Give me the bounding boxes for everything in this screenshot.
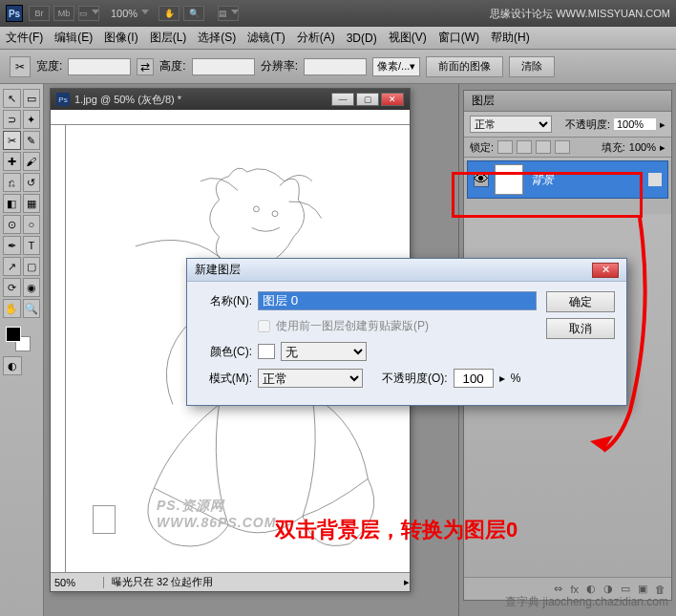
screen-mode-button[interactable]: ▭ [78, 6, 99, 21]
width-input[interactable] [68, 58, 131, 75]
heal-tool[interactable]: ✚ [3, 152, 21, 171]
color-swatches[interactable] [2, 325, 41, 355]
stamp-tool[interactable]: ⎌ [3, 173, 21, 192]
document-statusbar: 50% 曝光只在 32 位起作用 ▸ [51, 572, 410, 591]
quickmask-button[interactable]: ◐ [3, 356, 22, 375]
crop-tool[interactable]: ✂ [3, 131, 21, 150]
clear-button[interactable]: 清除 [509, 56, 555, 77]
menu-select[interactable]: 选择(S) [198, 30, 236, 46]
lock-all-button[interactable] [555, 140, 570, 154]
layer-name[interactable]: 背景 [531, 172, 648, 188]
zoom-tool-button[interactable]: 🔍 [183, 6, 204, 21]
hand-tool-button[interactable]: ✋ [158, 6, 180, 21]
lock-transparency-button[interactable] [497, 140, 513, 154]
clip-mask-checkbox [258, 320, 270, 332]
menu-filter[interactable]: 滤镜(T) [247, 30, 285, 46]
resolution-input[interactable] [304, 58, 367, 75]
dialog-title: 新建图层 [195, 262, 241, 278]
tool-palette: ↖▭ ⊃✦ ✂✎ ✚🖌 ⎌↺ ◧▦ ⊙○ ✒T ↗▢ ⟳◉ ✋🔍 ◐ [0, 84, 44, 616]
crop-tool-icon[interactable]: ✂ [10, 56, 31, 77]
ps-doc-icon: Ps [56, 93, 70, 106]
minibridge-button[interactable]: Mb [53, 6, 74, 21]
menu-window[interactable]: 窗口(W) [438, 30, 479, 46]
minimize-button[interactable]: — [331, 93, 354, 106]
marquee-tool[interactable]: ▭ [23, 89, 41, 108]
lock-position-button[interactable] [536, 140, 551, 154]
maximize-button[interactable]: ▢ [356, 93, 379, 106]
menu-help[interactable]: 帮助(H) [491, 30, 530, 46]
front-image-button[interactable]: 前面的图像 [426, 56, 503, 77]
opacity-slider-icon[interactable]: ▸ [499, 372, 505, 385]
close-button[interactable]: ✕ [381, 93, 404, 106]
camera-tool[interactable]: ◉ [23, 278, 41, 297]
fx-icon[interactable]: fx [570, 584, 579, 595]
layer-thumbnail[interactable] [495, 164, 523, 195]
cancel-button[interactable]: 取消 [546, 318, 615, 339]
ok-button[interactable]: 确定 [546, 291, 615, 312]
visibility-eye-icon[interactable]: 👁 [474, 172, 489, 187]
eraser-tool[interactable]: ◧ [3, 194, 21, 213]
swap-wh-button[interactable]: ⇄ [137, 58, 154, 75]
zoom-tool[interactable]: 🔍 [23, 299, 41, 318]
status-arrow-icon[interactable]: ▸ [404, 576, 410, 588]
new-layer-dialog: 新建图层 ✕ 名称(N): 使用前一图层创建剪贴蒙版(P) 颜色(C): 无 模… [186, 258, 627, 406]
chevron-right-icon[interactable]: ▸ [660, 141, 665, 154]
doc-status-info: 曝光只在 32 位起作用 [104, 575, 404, 589]
gradient-tool[interactable]: ▦ [23, 194, 41, 213]
width-label: 宽度: [36, 58, 62, 74]
height-input[interactable] [192, 58, 255, 75]
menu-image[interactable]: 图像(I) [104, 30, 137, 46]
lock-pixels-button[interactable] [517, 140, 532, 154]
menu-file[interactable]: 文件(F) [6, 30, 43, 46]
type-tool[interactable]: T [23, 236, 41, 255]
dodge-tool[interactable]: ○ [23, 215, 41, 234]
wand-tool[interactable]: ✦ [23, 110, 41, 129]
clip-mask-label: 使用前一图层创建剪贴蒙版(P) [276, 318, 429, 334]
layer-name-input[interactable] [258, 291, 537, 310]
pen-tool[interactable]: ✒ [3, 236, 21, 255]
opacity-input[interactable] [454, 369, 494, 388]
doc-zoom-field[interactable]: 50% [51, 577, 104, 588]
menu-view[interactable]: 视图(V) [389, 30, 427, 46]
shape-tool[interactable]: ▢ [23, 257, 41, 276]
percent-label: % [511, 372, 521, 385]
blur-tool[interactable]: ⊙ [3, 215, 21, 234]
color-select[interactable]: 无 [281, 342, 367, 361]
bridge-button[interactable]: Br [29, 6, 50, 21]
arrange-button[interactable]: ▤ [218, 6, 239, 21]
vertical-ruler [51, 125, 66, 572]
menu-3d[interactable]: 3D(D) [347, 32, 377, 45]
layers-tab[interactable]: 图层 [464, 91, 671, 112]
document-titlebar[interactable]: Ps 1.jpg @ 50% (灰色/8) * — ▢ ✕ [51, 89, 410, 110]
zoom-level[interactable]: 100% [111, 8, 137, 19]
menubar: 文件(F) 编辑(E) 图像(I) 图层(L) 选择(S) 滤镜(T) 分析(A… [0, 27, 676, 50]
chevron-right-icon[interactable]: ▸ [660, 118, 665, 131]
menu-analysis[interactable]: 分析(A) [297, 30, 335, 46]
horizontal-ruler [51, 110, 410, 125]
hand-tool[interactable]: ✋ [3, 299, 21, 318]
mode-select[interactable]: 正常 [258, 369, 363, 388]
lock-icon [648, 173, 662, 186]
history-brush-tool[interactable]: ↺ [23, 173, 41, 192]
fill-value[interactable]: 100% [629, 141, 656, 153]
menu-layer[interactable]: 图层(L) [150, 30, 187, 46]
blend-mode-select[interactable]: 正常 [470, 116, 552, 133]
layer-list: 👁 背景 [464, 160, 671, 214]
lasso-tool[interactable]: ⊃ [3, 110, 21, 129]
color-swatch[interactable] [258, 344, 275, 359]
chevron-down-icon[interactable] [141, 10, 149, 17]
brush-tool[interactable]: 🖌 [23, 152, 41, 171]
path-tool[interactable]: ↗ [3, 257, 21, 276]
unit-combo[interactable]: 像素/... ▾ [372, 57, 420, 76]
dialog-titlebar[interactable]: 新建图层 ✕ [187, 259, 626, 282]
trash-icon[interactable]: 🗑 [655, 584, 665, 595]
layer-row-background[interactable]: 👁 背景 [467, 160, 668, 199]
dialog-close-button[interactable]: ✕ [592, 263, 619, 278]
menu-edit[interactable]: 编辑(E) [54, 30, 93, 46]
opacity-value[interactable]: 100% [614, 118, 656, 130]
mode-label: 模式(M): [199, 371, 252, 387]
3d-tool[interactable]: ⟳ [3, 278, 21, 297]
move-tool[interactable]: ↖ [3, 89, 21, 108]
eyedropper-tool[interactable]: ✎ [23, 131, 41, 150]
height-label: 高度: [159, 58, 185, 74]
